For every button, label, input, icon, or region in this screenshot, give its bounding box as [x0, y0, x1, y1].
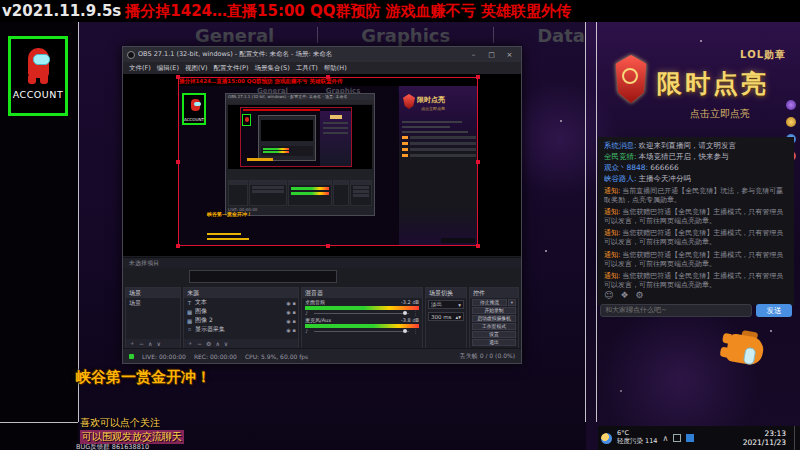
menu-scene-collection[interactable]: 场景集合(S) [252, 64, 293, 73]
close-button[interactable]: × [502, 51, 517, 59]
overlay-headline: 峡谷第一赏金开冲！ [76, 368, 211, 387]
gift-float-icon[interactable] [786, 100, 796, 110]
tab-graphics[interactable]: Graphics [361, 25, 450, 46]
chat-input[interactable] [600, 304, 752, 317]
obs-window[interactable]: OBS 27.1.1 (32-bit, windows) - 配置文件: 未命名… [122, 46, 522, 364]
weather-widget[interactable]: 6°C 轻度污染 114 [617, 430, 657, 446]
taskbar-clock[interactable]: 23:13 2021/11/23 [743, 429, 786, 448]
live-timer: LIVE: 00:00:00 [142, 353, 186, 360]
source-row[interactable]: T 文本 ◉ ▪ [184, 298, 298, 307]
visibility-eye-icon[interactable]: ◉ [286, 327, 290, 333]
obs-preview-area[interactable]: 播分掉1424…直播15:00 QQ群预防 游戏血赚不亏 英雄联盟外传 Gene… [123, 74, 521, 256]
speaker-icon[interactable]: ♪ [305, 328, 308, 334]
chat-username[interactable]: 观众丶8848: [604, 163, 648, 172]
chat-username[interactable]: 系统消息: [604, 141, 637, 150]
source-drag-handle[interactable] [326, 244, 330, 248]
menu-file[interactable]: 文件(F) [126, 64, 154, 73]
visibility-eye-icon[interactable]: ◉ [286, 309, 290, 315]
streaming-dropdown-button[interactable]: ▾ [508, 299, 516, 306]
chat-username[interactable]: 峡谷路人: [604, 174, 637, 183]
source-up-button[interactable]: ∧ [215, 340, 219, 347]
volume-slider[interactable]: ♪ ⋮ [305, 329, 419, 334]
mini-chat-line [402, 131, 468, 134]
captured-desktop-source[interactable]: 播分掉1424…直播15:00 QQ群预防 游戏血赚不亏 英雄联盟外传 Gene… [178, 77, 478, 246]
source-row[interactable]: ▦ 图像 2 ◉ ▪ [184, 316, 298, 325]
mini-control-button [353, 194, 369, 197]
medal-float-icon[interactable] [786, 117, 796, 127]
slider-knob[interactable] [403, 329, 407, 333]
menu-view[interactable]: 视图(V) [182, 64, 211, 73]
volume-slider[interactable]: ♪ ⋮ [305, 311, 419, 316]
studio-mode-button[interactable]: 工作室模式 [472, 323, 516, 330]
lock-icon[interactable]: ▪ [293, 300, 296, 306]
obs-logo-icon [127, 51, 135, 59]
scene-down-button[interactable]: ∨ [156, 340, 160, 347]
transition-dropdown[interactable]: 淡出 ▾ [428, 300, 464, 309]
mini-notice [402, 154, 476, 157]
chat-username[interactable]: 全民竞猜: [604, 152, 637, 161]
scene-up-button[interactable]: ∧ [148, 340, 152, 347]
mini-notice [402, 142, 476, 145]
channel-options-icon[interactable]: ⋮ [413, 310, 418, 316]
tab-data[interactable]: Data [537, 25, 585, 46]
source-drag-handle[interactable] [176, 160, 180, 164]
volume-meter [305, 324, 419, 328]
tray-message-icon[interactable] [686, 434, 694, 442]
visibility-eye-icon[interactable]: ◉ [286, 300, 290, 306]
source-drag-handle[interactable] [476, 75, 480, 79]
maximize-button[interactable]: □ [484, 51, 499, 59]
source-down-button[interactable]: ∨ [224, 340, 228, 347]
add-scene-button[interactable]: ＋ [129, 339, 135, 348]
remove-source-button[interactable]: − [197, 340, 202, 347]
source-row[interactable]: ▦ 图像 ◉ ▪ [184, 307, 298, 316]
account-desktop-icon[interactable]: ACCOUNT [8, 36, 68, 116]
menu-profile[interactable]: 配置文件(P) [211, 64, 252, 73]
scene-list-item[interactable]: 场景 [126, 298, 180, 309]
gift-icon[interactable]: ❖ [620, 290, 628, 300]
add-source-button[interactable]: ＋ [187, 339, 193, 348]
channel-options-icon[interactable]: ⋮ [413, 328, 418, 334]
remove-scene-button[interactable]: − [139, 340, 144, 347]
chat-text: 欢迎来到直播间，请文明发言 [639, 141, 737, 150]
settings-button[interactable]: 设置 [472, 331, 516, 338]
source-drag-handle[interactable] [176, 244, 180, 248]
source-row[interactable]: ⌗ 显示器采集 ◉ ▪ [184, 325, 298, 334]
spinner-arrows-icon[interactable]: ▴▾ [455, 314, 461, 320]
minimize-button[interactable]: – [466, 51, 481, 59]
lock-icon[interactable]: ▪ [293, 318, 296, 324]
weather-icon[interactable] [601, 433, 612, 444]
show-desktop-button[interactable] [794, 426, 797, 450]
menu-tools[interactable]: 工具(T) [293, 64, 321, 73]
transition-duration-spinner[interactable]: 300 ms ▴▾ [428, 312, 464, 321]
obs-title-bar[interactable]: OBS 27.1.1 (32-bit, windows) - 配置文件: 未命名… [123, 47, 521, 62]
sources-filter-input[interactable] [189, 270, 337, 283]
tray-expand-icon[interactable]: ∧ [662, 434, 668, 443]
speaker-icon[interactable]: ♪ [305, 310, 308, 316]
promo-banner[interactable]: LOL勋章 限时点亮 点击立即点亮 [598, 45, 794, 137]
start-recording-button[interactable]: 开始录制 [472, 307, 516, 314]
tray-app-icon[interactable] [673, 434, 681, 442]
send-button[interactable]: 发送 [756, 304, 792, 317]
source-drag-handle[interactable] [176, 75, 180, 79]
visibility-eye-icon[interactable]: ◉ [286, 318, 290, 324]
menu-edit[interactable]: 编辑(E) [154, 64, 182, 73]
virtual-camera-button[interactable]: 启动虚拟摄像机 [472, 315, 516, 322]
promo-cta-button[interactable]: 点击立即点亮 [690, 107, 750, 121]
menu-help[interactable]: 帮助(H) [321, 64, 350, 73]
tab-general[interactable]: General [195, 25, 274, 46]
mini-volume-meter [291, 187, 329, 190]
source-drag-handle[interactable] [476, 244, 480, 248]
mini-notice-badge [402, 142, 408, 145]
slider-knob[interactable] [403, 311, 407, 315]
exit-button[interactable]: 退出 [472, 339, 516, 346]
source-drag-handle[interactable] [326, 75, 330, 79]
emote-icon[interactable]: ☺ [604, 290, 613, 300]
lock-icon[interactable]: ▪ [293, 309, 296, 315]
source-properties-button[interactable]: ⚙ [206, 340, 211, 347]
danmu-settings-icon[interactable]: ⚙ [635, 290, 643, 300]
mini-notice-badge [402, 136, 408, 139]
stop-streaming-button[interactable]: 停止推流 [472, 299, 507, 306]
chat-message: 系统消息:欢迎来到直播间，请文明发言 [604, 141, 786, 151]
lock-icon[interactable]: ▪ [293, 327, 296, 333]
source-drag-handle[interactable] [476, 160, 480, 164]
